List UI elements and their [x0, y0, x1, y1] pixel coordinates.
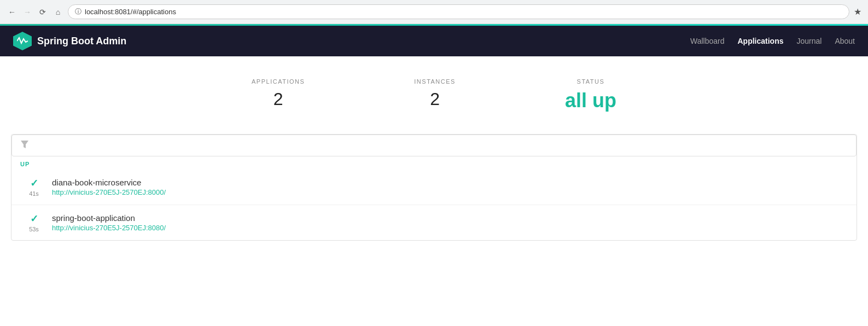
- instances-stat: INSTANCES 2: [414, 78, 456, 112]
- nav-wallboard[interactable]: Wallboard: [690, 37, 725, 45]
- filter-input[interactable]: [33, 141, 847, 150]
- main-content: APPLICATIONS 2 INSTANCES 2 STATUS all up…: [0, 56, 868, 263]
- reload-button[interactable]: ⟳: [37, 7, 48, 18]
- app-title: Spring Boot Admin: [37, 36, 126, 47]
- time-label-2: 53s: [29, 226, 39, 232]
- group-up: UP ✓ 41s diana-book-microservice http://…: [11, 156, 857, 240]
- instances-value: 2: [414, 89, 456, 109]
- bookmark-button[interactable]: ★: [854, 7, 861, 17]
- nav-journal[interactable]: Journal: [796, 37, 822, 45]
- instances-label: INSTANCES: [414, 78, 456, 85]
- app-info-1: diana-book-microservice http://vinicius-…: [48, 178, 848, 197]
- lock-icon: ⓘ: [75, 7, 81, 16]
- app-logo: Spring Boot Admin: [13, 32, 690, 50]
- time-label-1: 41s: [29, 190, 39, 197]
- check-icon-2: ✓: [30, 213, 38, 225]
- nav-applications[interactable]: Applications: [737, 37, 783, 45]
- applications-label: APPLICATIONS: [252, 78, 305, 85]
- main-nav: Wallboard Applications Journal About: [690, 37, 855, 45]
- back-button[interactable]: ←: [7, 7, 18, 18]
- applications-stat: APPLICATIONS 2: [252, 78, 305, 112]
- forward-button[interactable]: →: [22, 7, 33, 18]
- app-list-container: UP ✓ 41s diana-book-microservice http://…: [11, 134, 857, 241]
- status-value: all up: [565, 89, 616, 112]
- address-bar[interactable]: ⓘ localhost:8081/#/applications: [68, 4, 849, 19]
- nav-about[interactable]: About: [835, 37, 855, 45]
- app-item-diana-book[interactable]: ✓ 41s diana-book-microservice http://vin…: [11, 170, 857, 205]
- url-text: localhost:8081/#/applications: [85, 8, 176, 16]
- check-area-1: ✓ 41s: [20, 177, 48, 197]
- app-header: Spring Boot Admin Wallboard Applications…: [0, 26, 868, 56]
- app-name-1: diana-book-microservice: [52, 178, 848, 187]
- filter-bar: [11, 135, 857, 156]
- app-url-1[interactable]: http://vinicius-270E5J-2570EJ:8000/: [52, 188, 166, 196]
- svg-marker-0: [21, 141, 28, 148]
- app-name-2: spring-boot-application: [52, 213, 848, 223]
- app-info-2: spring-boot-application http://vinicius-…: [48, 213, 848, 232]
- group-up-label: UP: [11, 156, 857, 170]
- filter-icon: [21, 141, 28, 150]
- status-stat: STATUS all up: [565, 78, 616, 112]
- status-label: STATUS: [565, 78, 616, 85]
- check-icon-1: ✓: [30, 177, 38, 189]
- browser-chrome: ← → ⟳ ⌂ ⓘ localhost:8081/#/applications …: [0, 0, 868, 24]
- check-area-2: ✓ 53s: [20, 213, 48, 232]
- applications-value: 2: [252, 89, 305, 109]
- home-button[interactable]: ⌂: [53, 7, 63, 18]
- app-item-spring-boot[interactable]: ✓ 53s spring-boot-application http://vin…: [11, 205, 857, 240]
- stats-row: APPLICATIONS 2 INSTANCES 2 STATUS all up: [11, 78, 857, 112]
- logo-icon: [13, 32, 32, 50]
- app-url-2[interactable]: http://vinicius-270E5J-2570EJ:8080/: [52, 224, 166, 232]
